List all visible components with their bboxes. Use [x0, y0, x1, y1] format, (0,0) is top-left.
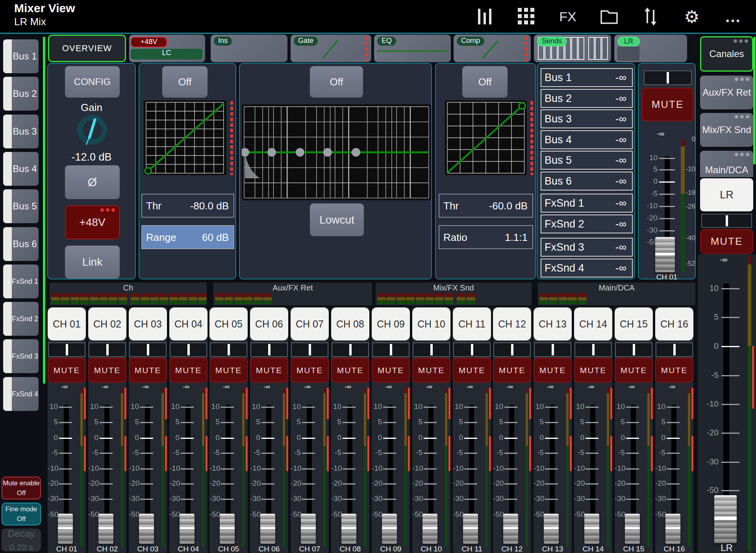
mute-button[interactable]: MUTE [534, 358, 572, 383]
grid-icon[interactable] [515, 6, 537, 28]
pan-slider[interactable] [656, 342, 693, 357]
fader-cap[interactable] [625, 514, 640, 544]
mute-button[interactable]: MUTE [209, 358, 248, 383]
strip-gate[interactable]: Gate [291, 35, 371, 62]
fader-cap[interactable] [180, 514, 195, 544]
phantom-button[interactable]: +48V [65, 205, 120, 239]
mute-button[interactable]: MUTE [574, 358, 612, 383]
strip-lr[interactable]: LR [614, 35, 687, 62]
channel-select-button[interactable]: CH 01 [48, 307, 86, 340]
fader-cap[interactable] [220, 514, 235, 544]
mute-button[interactable]: MUTE [291, 358, 329, 383]
fader-cap[interactable] [301, 514, 316, 544]
fader-cap[interactable] [422, 514, 437, 544]
sidebar-item-bus1[interactable]: Bus 1 [3, 39, 39, 73]
mute-button[interactable]: MUTE [642, 88, 693, 121]
send-row-bus2[interactable]: Bus 2 -∞ [541, 89, 633, 108]
gate-range-row[interactable]: Range 60 dB [141, 225, 234, 249]
gear-icon[interactable]: ⚙ [681, 6, 703, 28]
fader-cap[interactable] [260, 514, 275, 544]
layer-button-maindca[interactable]: Main/DCA [700, 151, 753, 177]
eq-graph[interactable] [242, 104, 431, 200]
more-icon[interactable]: ... [722, 6, 744, 28]
gate-thr-row[interactable]: Thr -80.0 dB [141, 194, 234, 218]
pan-slider[interactable] [332, 342, 369, 357]
fader-cap[interactable] [544, 514, 559, 544]
mute-button[interactable]: MUTE [169, 358, 208, 383]
channel-select-button[interactable]: CH 10 [412, 307, 450, 340]
channel-select-button[interactable]: CH 02 [88, 307, 126, 340]
lowcut-button[interactable]: Lowcut [310, 203, 364, 236]
gain-value[interactable]: -12.0 dB [48, 151, 135, 163]
channel-select-button[interactable]: CH 15 [615, 307, 653, 340]
fader-cap[interactable] [463, 514, 478, 544]
mute-button[interactable]: MUTE [129, 358, 167, 383]
gate-state-button[interactable]: Off [162, 66, 208, 98]
send-row-fxsnd1[interactable]: FxSnd 1 -∞ [541, 194, 633, 213]
pan-slider[interactable] [170, 342, 207, 357]
pan-slider[interactable] [534, 342, 571, 357]
link-button[interactable]: Link [65, 246, 120, 279]
channel-select-button[interactable]: CH 16 [655, 307, 693, 340]
sidebar-item-bus2[interactable]: Bus 2 [3, 77, 39, 111]
channel-select-button[interactable]: CH 05 [209, 307, 248, 340]
strip-sends[interactable]: Sends [534, 35, 611, 62]
fine-mode-button[interactable]: Fine mode Off [2, 503, 41, 525]
bridge-group-2[interactable]: Mix/FX Snd [376, 283, 532, 305]
strip-comp[interactable]: Comp [454, 35, 531, 62]
strip-insert[interactable]: Ins [211, 35, 287, 62]
comp-ratio-row[interactable]: Ratio 1.1:1 [439, 225, 533, 249]
fader-cap[interactable] [98, 514, 113, 544]
layer-button-auxfxret[interactable]: Aux/FX Ret [700, 76, 753, 109]
mute-button[interactable]: MUTE [412, 358, 450, 383]
pan-slider[interactable] [89, 342, 126, 357]
bridge-group-1[interactable]: Aux/FX Ret [213, 283, 372, 305]
fader-cap[interactable] [139, 514, 154, 544]
config-button[interactable]: CONFIG [65, 66, 120, 98]
send-row-fxsnd3[interactable]: FxSnd 3 -∞ [541, 238, 633, 257]
strip-phantom[interactable]: +48V LC [129, 35, 205, 62]
pan-slider[interactable] [250, 342, 288, 357]
master-pan-slider[interactable] [701, 214, 752, 228]
updown-icon[interactable] [639, 6, 662, 28]
right-scrollbar[interactable] [753, 37, 756, 165]
layer-button-mixfxsnd[interactable]: Mix/FX Snd [700, 113, 753, 147]
master-mute-button[interactable]: MUTE [700, 229, 753, 254]
channel-select-button[interactable]: CH 12 [493, 307, 531, 340]
fader-cap[interactable] [665, 514, 680, 544]
sidebar-item-fxsnd4[interactable]: FxSnd 4 [3, 377, 39, 411]
pan-slider[interactable] [644, 70, 692, 85]
decay-button[interactable]: Decay 0.20 s [2, 529, 41, 551]
mute-button[interactable]: MUTE [493, 358, 531, 383]
channel-select-button[interactable]: CH 11 [453, 307, 491, 340]
pan-slider[interactable] [210, 342, 247, 357]
sidebar-item-bus3[interactable]: Bus 3 [3, 115, 39, 148]
channel-select-button[interactable]: CH 09 [372, 307, 410, 340]
pan-slider[interactable] [615, 342, 652, 357]
overview-button[interactable]: OVERVIEW [48, 35, 126, 62]
fader-cap[interactable] [584, 514, 599, 544]
folder-icon[interactable] [598, 6, 620, 28]
phase-button[interactable]: Ø [65, 165, 120, 199]
send-row-bus4[interactable]: Bus 4 -∞ [541, 130, 633, 149]
pan-slider[interactable] [48, 342, 85, 357]
sidebar-item-fxsnd2[interactable]: FxSnd 2 [3, 302, 39, 336]
mute-button[interactable]: MUTE [331, 358, 369, 383]
left-scrollbar[interactable] [43, 37, 45, 384]
sidebar-item-bus4[interactable]: Bus 4 [3, 152, 39, 186]
bridge-group-3[interactable]: Main/DCA [538, 283, 695, 305]
pan-slider[interactable] [291, 342, 328, 357]
pan-slider[interactable] [372, 342, 410, 357]
comp-state-button[interactable]: Off [462, 66, 508, 98]
fader-cap[interactable] [58, 514, 73, 544]
layer-button-canales[interactable]: Canales [700, 36, 753, 72]
mute-button[interactable]: MUTE [372, 358, 410, 383]
bridge-group-0[interactable]: Ch [50, 283, 207, 305]
pan-slider[interactable] [413, 342, 450, 357]
fader-cap[interactable] [382, 514, 397, 544]
mute-button[interactable]: MUTE [250, 358, 288, 383]
channel-select-button[interactable]: CH 08 [331, 307, 369, 340]
pan-slider[interactable] [493, 342, 531, 357]
sidebar-item-fxsnd3[interactable]: FxSnd 3 [3, 339, 39, 373]
fader-cap[interactable] [503, 514, 518, 544]
